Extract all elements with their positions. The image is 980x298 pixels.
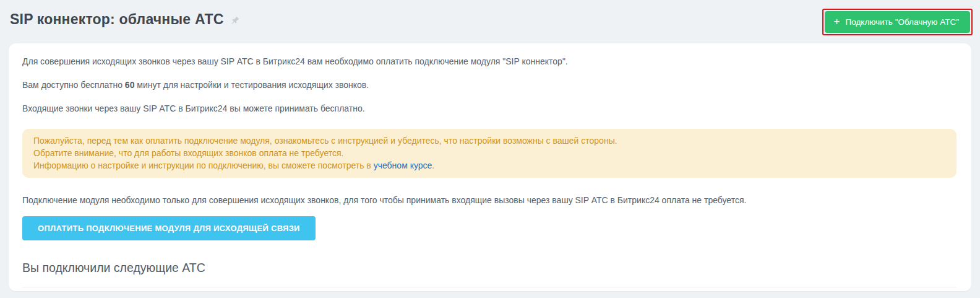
- connected-pbx-heading: Вы подключили следующие АТС: [22, 261, 956, 275]
- page-header: SIP коннектор: облачные АТС + Подключить…: [0, 0, 980, 38]
- warning-notice: Пожалуйста, перед тем как оплатить подкл…: [22, 129, 956, 178]
- notice-line-3: Информацию о настройке и инструкции по п…: [33, 159, 945, 172]
- pay-module-button[interactable]: ОПЛАТИТЬ ПОДКЛЮЧЕНИЕ МОДУЛЯ ДЛЯ ИСХОДЯЩЕ…: [22, 216, 316, 240]
- intro-paragraph-1: Для совершения исходящих звонков через в…: [22, 56, 956, 67]
- pin-icon[interactable]: [230, 15, 240, 25]
- content-card: Для совершения исходящих звонков через в…: [9, 43, 971, 291]
- connect-cloud-pbx-button[interactable]: + Подключить "Облачную АТС": [825, 11, 970, 33]
- intro-paragraph-3: Входящие звонки через вашу SIP АТС в Бит…: [22, 103, 956, 114]
- training-course-link[interactable]: учебном курсе: [374, 160, 432, 170]
- notice-line-2: Обратите внимание, что для работы входящ…: [33, 147, 945, 159]
- module-info-paragraph: Подключение модуля необходимо только для…: [22, 195, 956, 206]
- plus-icon: +: [834, 17, 840, 25]
- intro-p2-suffix: минут для настройки и тестирования исход…: [134, 80, 369, 90]
- free-minutes-value: 60: [125, 80, 135, 90]
- intro-p2-prefix: Вам доступно бесплатно: [22, 80, 125, 90]
- connect-button-highlight: + Подключить "Облачную АТС": [822, 9, 973, 35]
- notice-line-1: Пожалуйста, перед тем как оплатить подкл…: [33, 134, 945, 147]
- page-title-wrap: SIP коннектор: облачные АТС: [10, 9, 240, 28]
- notice-line-3-text: Информацию о настройке и инструкции по п…: [33, 160, 374, 170]
- connect-button-label: Подключить "Облачную АТС": [846, 17, 959, 27]
- notice-line-3-suffix: .: [432, 160, 434, 170]
- intro-paragraph-2: Вам доступно бесплатно 60 минут для наст…: [22, 80, 956, 90]
- page-title: SIP коннектор: облачные АТС: [10, 11, 224, 28]
- divider: [22, 287, 956, 287]
